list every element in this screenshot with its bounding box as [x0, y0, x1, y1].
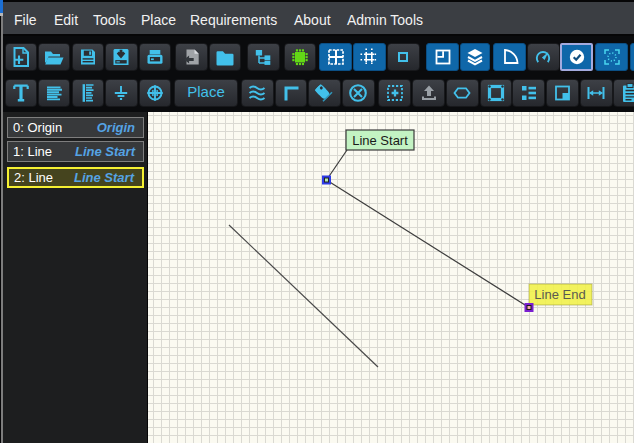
svg-text:Line End: Line End — [534, 287, 585, 302]
svg-text:Line Start: Line Start — [352, 133, 408, 148]
